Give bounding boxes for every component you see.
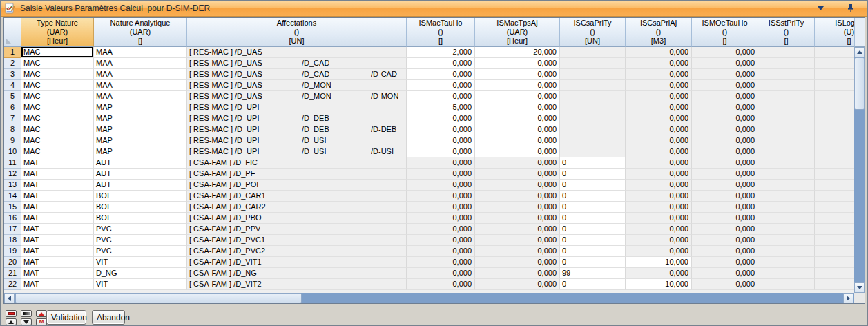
cell-mactps[interactable]: 0,000 bbox=[475, 135, 560, 146]
row-number[interactable]: 22 bbox=[4, 279, 21, 290]
validation-button[interactable]: Validation bbox=[46, 310, 86, 325]
cell-affectations[interactable]: [ RES-MAC ] /D_UPI/D_DEB bbox=[187, 113, 407, 124]
cell-csaaj[interactable]: 0,000 bbox=[626, 91, 692, 102]
horizontal-scrollbar[interactable] bbox=[4, 293, 854, 303]
cell-sstty[interactable] bbox=[758, 47, 815, 58]
cell-mactps[interactable]: 0,000 bbox=[475, 69, 560, 80]
cell-mactau[interactable]: 0,000 bbox=[407, 224, 475, 235]
cell-affectations[interactable]: [ CSA-FAM ] /D_FIC bbox=[187, 157, 407, 169]
cell-affectations[interactable]: [ RES-MAC ] /D_UAS/D_CAD/D-CAD bbox=[187, 69, 407, 80]
cell-moetau[interactable]: 0,000 bbox=[692, 124, 758, 135]
scroll-right-button[interactable] bbox=[843, 293, 853, 303]
cell-csaaj[interactable]: 0,000 bbox=[626, 191, 692, 202]
cell-affectations[interactable]: [ CSA-FAM ] /D_PVC1 bbox=[187, 235, 407, 246]
cell-csaty[interactable] bbox=[560, 113, 626, 124]
cell-moetau[interactable]: 0,000 bbox=[692, 157, 758, 169]
cell-nature-analytique[interactable]: BOI bbox=[94, 213, 187, 224]
cell-mactps[interactable]: 0,000 bbox=[475, 268, 560, 279]
column-header-csaaj[interactable]: ISCsaPriAj()[M3] bbox=[626, 18, 692, 47]
cell-mactau[interactable]: 0,000 bbox=[407, 268, 475, 279]
cell-type-nature[interactable]: MAT bbox=[21, 191, 94, 202]
cell-nature-analytique[interactable]: PVC bbox=[94, 224, 187, 235]
cell-csaaj[interactable]: 10,000 bbox=[626, 279, 692, 290]
cell-nature-analytique[interactable]: MAP bbox=[94, 113, 187, 124]
cell-type-nature[interactable]: MAC bbox=[21, 58, 94, 69]
cell-affectations[interactable]: [ RES-MAC ] /D_UAS bbox=[187, 47, 407, 58]
column-header-moetau[interactable]: ISMOeTauHo()[] bbox=[692, 18, 758, 47]
cell-type-nature[interactable]: MAT bbox=[21, 235, 94, 246]
cell-csaty[interactable]: 0 bbox=[560, 224, 626, 235]
cell-csaty[interactable]: 0 bbox=[560, 180, 626, 191]
cell-nature-analytique[interactable]: D_NG bbox=[94, 268, 187, 279]
cell-nature-analytique[interactable]: MAA bbox=[94, 91, 187, 102]
cell-mactps[interactable]: 0,000 bbox=[475, 279, 560, 290]
row-number[interactable]: 13 bbox=[4, 180, 21, 191]
cell-nature-analytique[interactable]: MAA bbox=[94, 58, 187, 69]
cell-type-nature[interactable]: MAT bbox=[21, 257, 94, 268]
cell-affectations[interactable]: [ CSA-FAM ] /D_CAR1 bbox=[187, 191, 407, 202]
cell-affectations[interactable]: [ CSA-FAM ] /D_PBO bbox=[187, 213, 407, 224]
cell-type-nature[interactable]: MAT bbox=[21, 202, 94, 213]
column-header-type[interactable]: Type Nature(UAR)[Heur] bbox=[21, 18, 94, 47]
cell-type-nature[interactable]: MAT bbox=[21, 268, 94, 279]
cell-moetau[interactable]: 0,000 bbox=[692, 257, 758, 268]
cell-csaty[interactable] bbox=[560, 135, 626, 146]
cell-sstty[interactable] bbox=[758, 113, 815, 124]
cell-csaaj[interactable]: 0,000 bbox=[626, 235, 692, 246]
cell-nature-analytique[interactable]: PVC bbox=[94, 246, 187, 257]
cell-mactps[interactable]: 0,000 bbox=[475, 91, 560, 102]
cell-nature-analytique[interactable]: MAP bbox=[94, 102, 187, 113]
row-number[interactable]: 10 bbox=[4, 146, 21, 157]
cell-csaty[interactable] bbox=[560, 58, 626, 69]
cell-nature-analytique[interactable]: BOI bbox=[94, 202, 187, 213]
abandon-button[interactable]: Abandon bbox=[92, 310, 125, 325]
cell-affectations[interactable]: [ CSA-FAM ] /D_POI bbox=[187, 180, 407, 191]
cell-nature-analytique[interactable]: MAP bbox=[94, 124, 187, 135]
cell-moetau[interactable]: 0,000 bbox=[692, 268, 758, 279]
cell-type-nature[interactable]: MAT bbox=[21, 157, 94, 169]
cell-mactau[interactable]: 0,000 bbox=[407, 146, 475, 157]
cell-moetau[interactable]: 0,000 bbox=[692, 113, 758, 124]
cell-affectations[interactable]: [ RES-MAC ] /D_UPI bbox=[187, 102, 407, 113]
cell-sstty[interactable] bbox=[758, 102, 815, 113]
cell-sstty[interactable] bbox=[758, 213, 815, 224]
horizontal-scroll-thumb[interactable] bbox=[15, 293, 302, 303]
cell-type-nature[interactable]: MAC bbox=[21, 113, 94, 124]
cell-moetau[interactable]: 0,000 bbox=[692, 279, 758, 290]
cell-mactau[interactable]: 0,000 bbox=[407, 169, 475, 180]
cell-mactps[interactable]: 0,000 bbox=[475, 169, 560, 180]
cell-csaaj[interactable]: 0,000 bbox=[626, 246, 692, 257]
cell-nature-analytique[interactable]: BOI bbox=[94, 191, 187, 202]
cell-nature-analytique[interactable]: MAP bbox=[94, 146, 187, 157]
cell-mactps[interactable]: 0,000 bbox=[475, 224, 560, 235]
select-all-corner[interactable] bbox=[4, 18, 21, 47]
scroll-up-button[interactable] bbox=[854, 47, 865, 57]
cell-moetau[interactable]: 0,000 bbox=[692, 146, 758, 157]
cell-csaaj[interactable]: 0,000 bbox=[626, 102, 692, 113]
cell-sstty[interactable] bbox=[758, 169, 815, 180]
cell-csaaj[interactable]: 0,000 bbox=[626, 157, 692, 169]
row-number[interactable]: 16 bbox=[4, 213, 21, 224]
cell-mactps[interactable]: 0,000 bbox=[475, 102, 560, 113]
cell-csaty[interactable] bbox=[560, 102, 626, 113]
cell-mactau[interactable]: 5,000 bbox=[407, 102, 475, 113]
cell-mactau[interactable]: 0,000 bbox=[407, 213, 475, 224]
cell-mactps[interactable]: 0,000 bbox=[475, 80, 560, 91]
cell-sstty[interactable] bbox=[758, 80, 815, 91]
cell-csaaj[interactable]: 0,000 bbox=[626, 180, 692, 191]
cell-sstty[interactable] bbox=[758, 246, 815, 257]
cell-sstty[interactable] bbox=[758, 279, 815, 290]
row-number[interactable]: 8 bbox=[4, 124, 21, 135]
row-number[interactable]: 19 bbox=[4, 246, 21, 257]
cell-sstty[interactable] bbox=[758, 202, 815, 213]
row-number[interactable]: 14 bbox=[4, 191, 21, 202]
cell-type-nature[interactable]: MAC bbox=[21, 47, 94, 58]
cell-csaty[interactable]: 0 bbox=[560, 213, 626, 224]
cell-type-nature[interactable]: MAC bbox=[21, 146, 94, 157]
cell-type-nature[interactable]: MAC bbox=[21, 69, 94, 80]
cell-affectations[interactable]: [ RES-MAC ] /D_UPI/D_USI bbox=[187, 135, 407, 146]
cell-sstty[interactable] bbox=[758, 191, 815, 202]
cell-type-nature[interactable]: MAC bbox=[21, 124, 94, 135]
cell-type-nature[interactable]: MAT bbox=[21, 169, 94, 180]
vertical-scroll-thumb[interactable] bbox=[854, 57, 865, 110]
